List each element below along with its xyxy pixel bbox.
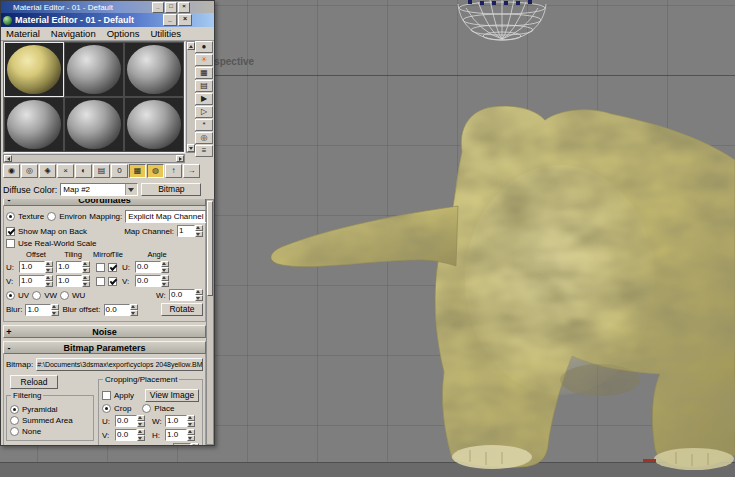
make-material-copy-icon[interactable]: ◐ (75, 164, 92, 178)
map-name-dropdown[interactable]: Map #2 (60, 183, 138, 196)
apply-checkbox[interactable] (102, 391, 111, 400)
v-tiling-spinner[interactable]: 1.0 (56, 275, 90, 287)
texture-radio[interactable] (6, 212, 15, 221)
rotate-button[interactable]: Rotate (161, 303, 203, 316)
back-titlebar[interactable]: Material Editor - 01 - Default _ □ × (1, 1, 214, 13)
sample-slot[interactable] (64, 97, 124, 152)
menu-material[interactable]: Material (6, 28, 40, 39)
scroll-down-icon[interactable] (187, 144, 195, 152)
show-map-on-back-label[interactable]: Show Map on Back (18, 227, 87, 236)
go-to-parent-icon[interactable]: ↑ (165, 164, 182, 178)
slots-horizontal-scrollbar[interactable] (3, 154, 185, 163)
v-angle-spinner[interactable]: 0.0 (135, 275, 169, 287)
u-tiling-spinner[interactable]: 1.0 (56, 261, 90, 273)
wu-label[interactable]: WU (72, 291, 85, 300)
map-channel-spinner[interactable]: 1 (177, 225, 203, 237)
scroll-up-icon[interactable] (187, 42, 195, 50)
crop-h-spinner[interactable]: 1.0 (165, 429, 195, 441)
backlight-icon[interactable]: ☀ (195, 54, 213, 66)
environ-label[interactable]: Environ (59, 212, 86, 221)
summed-area-label[interactable]: Summed Area (22, 416, 73, 425)
minimize-icon[interactable]: _ (163, 14, 177, 26)
sample-uv-tiling-icon[interactable]: ▤ (195, 80, 213, 92)
video-color-check-icon[interactable]: ▶ (195, 93, 213, 105)
map-type-button[interactable]: Bitmap (141, 183, 201, 196)
show-map-on-back-checkbox[interactable] (6, 227, 15, 236)
put-to-library-icon[interactable]: ▤ (93, 164, 110, 178)
material-id-channel-icon[interactable]: 0 (111, 164, 128, 178)
u-tile-checkbox[interactable] (108, 263, 117, 272)
get-material-icon[interactable]: ◉ (3, 164, 20, 178)
material-map-navigator-icon[interactable]: ≡ (195, 145, 213, 157)
go-forward-to-sibling-icon[interactable]: → (183, 164, 200, 178)
vw-radio[interactable] (32, 291, 41, 300)
scrollbar-thumb[interactable] (207, 201, 213, 296)
none-label[interactable]: None (22, 427, 41, 436)
sample-slot[interactable] (124, 42, 184, 97)
maximize-icon[interactable]: □ (165, 2, 177, 13)
menu-navigation[interactable]: Navigation (51, 28, 96, 39)
crop-u-spinner[interactable]: 0.0 (115, 415, 145, 427)
use-real-world-scale-label[interactable]: Use Real-World Scale (18, 239, 97, 248)
jitter-placement-checkbox[interactable] (102, 445, 111, 446)
reset-map-icon[interactable]: × (57, 164, 74, 178)
mapping-dropdown[interactable]: Explicit Map Channel (125, 210, 206, 223)
vw-label[interactable]: VW (44, 291, 57, 300)
sample-slot-active[interactable] (4, 42, 64, 97)
rollout-scrollbar[interactable] (206, 199, 214, 445)
summed-area-radio[interactable] (10, 416, 19, 425)
u-angle-spinner[interactable]: 0.0 (135, 261, 169, 273)
bitmap-path-button[interactable]: #:\Documents\3dsmax\export\cyclops 2048y… (36, 358, 203, 371)
w-angle-spinner[interactable]: 0.0 (169, 289, 203, 301)
rollout-bitmap-parameters[interactable]: - Bitmap Parameters (3, 341, 206, 354)
expand-icon[interactable]: + (4, 327, 14, 337)
uv-radio[interactable] (6, 291, 15, 300)
titlebar[interactable]: Material Editor - 01 - Default _ × (1, 13, 214, 27)
blur-spinner[interactable]: 1.0 (25, 304, 59, 316)
sample-slot[interactable] (64, 42, 124, 97)
none-radio[interactable] (10, 427, 19, 436)
pyramidal-radio[interactable] (10, 405, 19, 414)
u-mirror-checkbox[interactable] (96, 263, 105, 272)
v-offset-spinner[interactable]: 1.0 (19, 275, 53, 287)
jitter-placement-spinner[interactable]: 1.0 (173, 443, 199, 445)
show-map-in-viewport-icon[interactable]: ▦ (129, 164, 146, 178)
rollout-coordinates[interactable]: - Coordinates (3, 199, 206, 206)
pyramidal-label[interactable]: Pyramidal (22, 405, 58, 414)
view-image-button[interactable]: View Image (145, 389, 199, 402)
options-icon[interactable]: * (195, 119, 213, 131)
crop-radio[interactable] (102, 404, 111, 413)
v-mirror-checkbox[interactable] (96, 277, 105, 286)
crop-w-spinner[interactable]: 1.0 (165, 415, 195, 427)
u-offset-spinner[interactable]: 1.0 (19, 261, 53, 273)
scroll-left-icon[interactable] (4, 155, 12, 162)
place-radio[interactable] (142, 404, 151, 413)
sample-type-icon[interactable]: ● (195, 41, 213, 53)
put-material-to-scene-icon[interactable]: ◎ (21, 164, 38, 178)
scroll-right-icon[interactable] (176, 155, 184, 162)
crop-label[interactable]: Crop (114, 404, 131, 413)
chevron-down-icon[interactable] (125, 184, 137, 195)
menu-options[interactable]: Options (107, 28, 140, 39)
menu-utilities[interactable]: Utilities (150, 28, 181, 39)
collapse-icon[interactable]: - (4, 343, 14, 353)
apply-label[interactable]: Apply (114, 391, 134, 400)
wu-radio[interactable] (60, 291, 69, 300)
environ-radio[interactable] (47, 212, 56, 221)
sample-slot[interactable] (124, 97, 184, 152)
rollout-noise[interactable]: + Noise (3, 325, 206, 338)
material-editor-window[interactable]: Material Editor - 01 - Default _ □ × Mat… (0, 0, 215, 446)
uv-label[interactable]: UV (18, 291, 29, 300)
show-end-result-icon[interactable]: ◍ (147, 164, 164, 178)
texture-label[interactable]: Texture (18, 212, 44, 221)
select-by-material-icon[interactable]: ◎ (195, 132, 213, 144)
close-icon[interactable]: × (178, 14, 192, 26)
crop-v-spinner[interactable]: 0.0 (115, 429, 145, 441)
place-label[interactable]: Place (154, 404, 174, 413)
minimize-icon[interactable]: _ (152, 2, 164, 13)
use-real-world-scale-checkbox[interactable] (6, 239, 15, 248)
close-icon[interactable]: × (178, 2, 190, 13)
make-preview-icon[interactable]: ▷ (195, 106, 213, 118)
background-icon[interactable]: ▦ (195, 67, 213, 79)
assign-material-to-selection-icon[interactable]: ◈ (39, 164, 56, 178)
